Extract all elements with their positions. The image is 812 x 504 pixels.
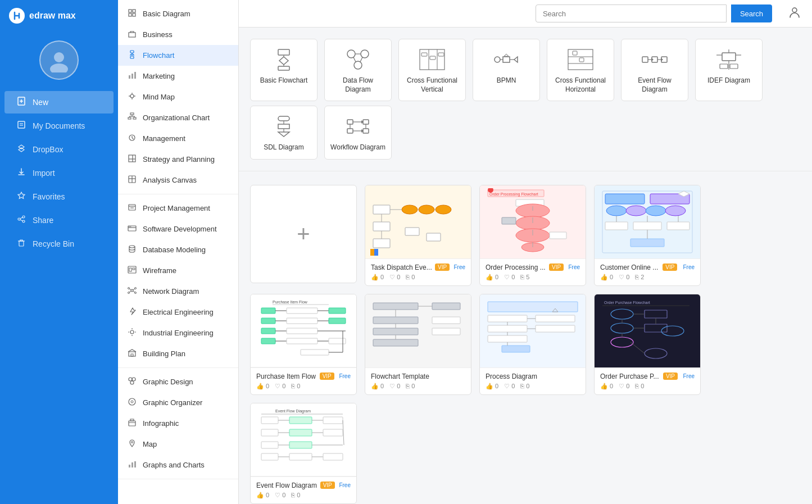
business-icon bbox=[127, 29, 137, 40]
nav-item-wireframe[interactable]: Wireframe bbox=[118, 260, 238, 281]
nav-item-management[interactable]: Management bbox=[118, 128, 238, 149]
sidebar-item-import[interactable]: Import bbox=[4, 162, 114, 184]
diagram-type-idef[interactable]: IDEF Diagram bbox=[695, 39, 763, 101]
diagram-type-event-flow[interactable]: Event Flow Diagram bbox=[621, 39, 688, 101]
template-card-diagram-6[interactable]: Process Diagram 👍0 ♡0 ⎘0 bbox=[479, 294, 586, 395]
nav-item-project-management[interactable]: Project Management bbox=[118, 198, 238, 219]
nav-item-flowchart[interactable]: Flowchart bbox=[118, 45, 238, 66]
diagram-type-workflow[interactable]: Workflow Diagram bbox=[324, 106, 392, 160]
app-logo[interactable]: edraw max bbox=[0, 0, 118, 31]
svg-rect-249 bbox=[261, 417, 278, 424]
sidebar-item-new[interactable]: New bbox=[4, 91, 114, 113]
svg-rect-147 bbox=[405, 228, 419, 235]
mind-map-icon bbox=[127, 92, 137, 102]
search-input[interactable] bbox=[536, 4, 727, 22]
sidebar-item-dropbox[interactable]: DropBox bbox=[4, 138, 114, 161]
svg-rect-200 bbox=[287, 338, 317, 344]
diagram-type-sdl[interactable]: SDL Diagram bbox=[250, 106, 317, 160]
nav-item-industrial-engineering[interactable]: Industrial Engineering bbox=[118, 323, 238, 343]
svg-rect-77 bbox=[129, 465, 130, 467]
svg-rect-180 bbox=[630, 239, 664, 247]
svg-marker-113 bbox=[651, 58, 654, 61]
copy-icon-6: ⎘ bbox=[520, 383, 524, 389]
template-card-customer-online[interactable]: Customer Online ... VIP Free 👍0 ♡0 ⎘2 bbox=[594, 185, 701, 286]
template-card-order-processing[interactable]: Order Processing Flowchart bbox=[479, 185, 586, 286]
nav-item-graphic-organizer-label: Graphic Organizer bbox=[143, 398, 202, 407]
sidebar-item-recycle-bin[interactable]: Recycle Bin bbox=[4, 233, 114, 255]
nav-item-org-chart[interactable]: Organizational Chart bbox=[118, 107, 238, 128]
user-profile-icon[interactable] bbox=[788, 6, 801, 21]
industrial-engineering-icon bbox=[127, 328, 137, 338]
template-card-purchase-item-flow[interactable]: Purchase Item Flow bbox=[250, 294, 357, 395]
svg-rect-160 bbox=[502, 217, 516, 224]
svg-point-76 bbox=[131, 442, 133, 443]
nav-item-database-modeling[interactable]: Database Modeling bbox=[118, 239, 238, 260]
diagram-type-cross-functional-vertical[interactable]: Cross Functional Vertical bbox=[398, 39, 466, 101]
nav-item-graphic-organizer[interactable]: Graphic Organizer bbox=[118, 392, 238, 413]
sidebar-item-my-documents[interactable]: My Documents bbox=[4, 115, 114, 137]
nav-item-building-plan[interactable]: Building Plan bbox=[118, 343, 238, 364]
svg-rect-16 bbox=[133, 10, 135, 12]
dropbox-icon bbox=[16, 144, 27, 155]
nav-item-graphic-design[interactable]: Graphic Design bbox=[118, 371, 238, 392]
template-card-order-purchase[interactable]: Order Purchase Flowchart bbox=[594, 294, 701, 395]
diagram-type-bpmn[interactable]: BPMN bbox=[473, 39, 540, 101]
add-new-template-card[interactable]: + bbox=[250, 185, 357, 283]
nav-item-industrial-engineering-label: Industrial Engineering bbox=[143, 329, 214, 337]
svg-point-87 bbox=[361, 50, 369, 58]
nav-item-map[interactable]: Map bbox=[118, 434, 238, 455]
nav-item-marketing[interactable]: Marketing bbox=[118, 66, 238, 87]
nav-item-electrical-engineering[interactable]: Electrical Engineering bbox=[118, 302, 238, 323]
sidebar-item-favorites[interactable]: Favorites bbox=[4, 185, 114, 208]
diagram-type-basic-flowchart[interactable]: Basic Flowchart bbox=[250, 39, 317, 101]
diagram-type-data-flow[interactable]: Data Flow Diagram bbox=[324, 39, 392, 101]
svg-marker-103 bbox=[504, 54, 509, 56]
svg-rect-107 bbox=[573, 51, 577, 55]
nav-item-mind-map[interactable]: Mind Map bbox=[118, 87, 238, 107]
template-card-diagram-5[interactable]: Flowchart Template 👍0 ♡0 ⎘0 bbox=[365, 294, 471, 395]
sidebar-item-share-label: Share bbox=[33, 216, 53, 225]
svg-point-71 bbox=[129, 398, 135, 405]
svg-point-86 bbox=[347, 50, 355, 58]
nav-section-2: Project Management Software Development … bbox=[118, 194, 238, 368]
new-icon bbox=[16, 97, 27, 108]
template-thumb-order-processing: Order Processing Flowchart bbox=[480, 185, 586, 258]
template-free-task-dispatch: Free bbox=[453, 264, 465, 270]
sdl-label: SDL Diagram bbox=[264, 143, 304, 152]
template-card-task-dispatch[interactable]: Task Dispatch Eve... VIP Free 👍0 ♡0 ⎘0 bbox=[365, 185, 471, 286]
avatar[interactable] bbox=[39, 40, 79, 80]
import-icon bbox=[16, 167, 27, 179]
sidebar-item-share[interactable]: Share bbox=[4, 209, 114, 231]
svg-rect-109 bbox=[642, 57, 648, 62]
svg-rect-215 bbox=[432, 317, 460, 324]
copy-icon-4: ⎘ bbox=[291, 383, 295, 389]
nav-item-network-diagram[interactable]: Network Diagram bbox=[118, 281, 238, 302]
svg-rect-184 bbox=[261, 308, 275, 314]
nav-item-basic-diagram[interactable]: Basic Diagram bbox=[118, 3, 238, 24]
svg-rect-116 bbox=[722, 53, 736, 61]
svg-rect-175 bbox=[633, 222, 661, 230]
nav-item-project-management-label: Project Management bbox=[143, 204, 210, 212]
template-info-event-flow: Event Flow Diagram VIP Free 👍0 ♡0 ⎘0 bbox=[251, 476, 356, 503]
svg-rect-123 bbox=[278, 116, 289, 121]
template-free-purchase-item-flow: Free bbox=[339, 373, 351, 379]
diagram-type-cross-functional-horizontal[interactable]: Cross Functional Horizontal bbox=[547, 39, 614, 101]
nav-item-graphs-charts[interactable]: Graphs and Charts bbox=[118, 455, 238, 475]
nav-item-analysis-canvas[interactable]: Analysis Canvas bbox=[118, 170, 238, 190]
svg-rect-168 bbox=[605, 194, 645, 204]
nav-item-org-chart-label: Organizational Chart bbox=[143, 113, 210, 122]
nav-item-strategy-planning[interactable]: Strategy and Planning bbox=[118, 149, 238, 170]
template-card-event-flow[interactable]: Event Flow Diagram bbox=[250, 403, 357, 504]
svg-rect-54 bbox=[129, 268, 131, 271]
svg-point-1 bbox=[50, 63, 68, 72]
svg-point-9 bbox=[18, 218, 20, 220]
svg-rect-186 bbox=[287, 308, 317, 314]
template-name-diagram-6: Process Diagram bbox=[486, 373, 537, 380]
nav-item-software-development[interactable]: Software Development bbox=[118, 219, 238, 239]
search-button[interactable]: Search bbox=[731, 4, 772, 22]
svg-rect-206 bbox=[373, 303, 418, 310]
like-icon-8: 👍 bbox=[256, 492, 264, 499]
nav-item-infographic[interactable]: Infographic bbox=[118, 413, 238, 434]
nav-item-business[interactable]: Business bbox=[118, 24, 238, 45]
like-icon-7: 👍 bbox=[600, 383, 608, 390]
